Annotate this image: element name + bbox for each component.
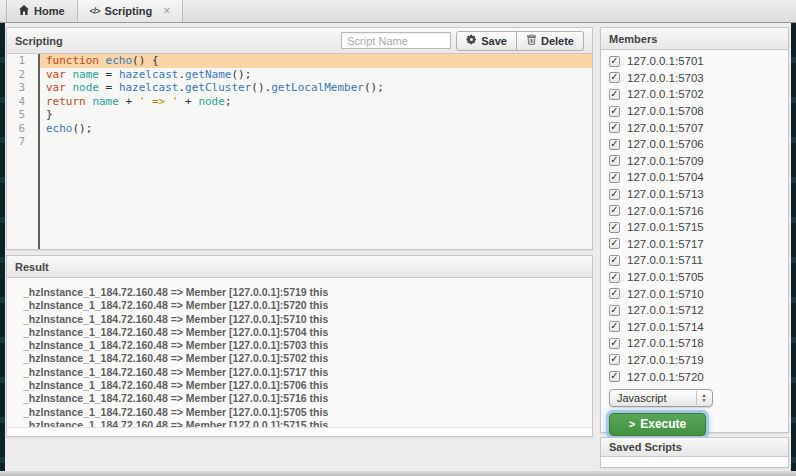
member-checkbox[interactable]: ✓ — [609, 89, 620, 100]
result-line: _hzInstance_1_184.72.160.48 => Member [1… — [23, 326, 592, 339]
check-icon: ✓ — [610, 305, 618, 315]
code-text: } — [40, 108, 592, 122]
member-checkbox[interactable]: ✓ — [609, 354, 620, 365]
member-label: 127.0.0.1:5720 — [627, 371, 704, 383]
member-checkbox[interactable]: ✓ — [609, 139, 620, 150]
member-label: 127.0.0.1:5715 — [627, 221, 704, 233]
member-row[interactable]: ✓ 127.0.0.1:5703 — [601, 70, 788, 87]
member-label: 127.0.0.1:5708 — [627, 105, 704, 117]
member-checkbox[interactable]: ✓ — [609, 371, 620, 382]
member-row[interactable]: ✓ 127.0.0.1:5702 — [601, 86, 788, 103]
member-label: 127.0.0.1:5707 — [627, 122, 704, 134]
member-checkbox[interactable]: ✓ — [609, 172, 620, 183]
member-checkbox[interactable]: ✓ — [609, 238, 620, 249]
scripting-toolbar: Save Delete — [341, 31, 584, 51]
scripting-panel: Scripting Save Delete — [6, 27, 593, 250]
code-text: var name = hazelcast.getName(); — [40, 68, 592, 82]
members-panel-title: Members — [609, 33, 657, 45]
member-checkbox[interactable]: ✓ — [609, 288, 620, 299]
member-checkbox[interactable]: ✓ — [609, 155, 620, 166]
member-row[interactable]: ✓ 127.0.0.1:5707 — [601, 119, 788, 136]
check-icon: ✓ — [610, 222, 618, 232]
member-label: 127.0.0.1:5713 — [627, 188, 704, 200]
code-line: 2 var name = hazelcast.getName(); — [7, 68, 592, 82]
member-label: 127.0.0.1:5709 — [627, 155, 704, 167]
result-line: _hzInstance_1_184.72.160.48 => Member [1… — [23, 366, 592, 379]
member-row[interactable]: ✓ 127.0.0.1:5705 — [601, 269, 788, 286]
member-checkbox[interactable]: ✓ — [609, 56, 620, 67]
member-checkbox[interactable]: ✓ — [609, 305, 620, 316]
delete-button[interactable]: Delete — [517, 31, 584, 51]
check-icon: ✓ — [610, 321, 618, 331]
check-icon: ✓ — [610, 338, 618, 348]
member-checkbox[interactable]: ✓ — [609, 205, 620, 216]
home-icon — [19, 5, 29, 17]
code-editor[interactable]: 1 function echo() { 2 var name = hazelca… — [7, 54, 592, 249]
member-row[interactable]: ✓ 127.0.0.1:5710 — [601, 285, 788, 302]
member-label: 127.0.0.1:5706 — [627, 138, 704, 150]
member-checkbox[interactable]: ✓ — [609, 72, 620, 83]
member-label: 127.0.0.1:5702 — [627, 88, 704, 100]
gear-icon — [466, 34, 477, 47]
code-line: 5 } — [7, 108, 592, 122]
result-output: _hzInstance_1_184.72.160.48 => Member [1… — [7, 278, 592, 427]
member-row[interactable]: ✓ 127.0.0.1:5712 — [601, 302, 788, 319]
member-label: 127.0.0.1:5718 — [627, 337, 704, 349]
result-panel: Result _hzInstance_1_184.72.160.48 => Me… — [6, 255, 593, 437]
select-stepper-icon: ▲▼ — [696, 391, 711, 405]
result-panel-title: Result — [15, 261, 49, 273]
check-icon: ✓ — [610, 172, 618, 182]
close-icon[interactable]: × — [163, 5, 170, 17]
member-label: 127.0.0.1:5703 — [627, 72, 704, 84]
member-row[interactable]: ✓ 127.0.0.1:5717 — [601, 236, 788, 253]
result-scroll-track[interactable] — [7, 427, 592, 436]
execute-button[interactable]: > Execute — [609, 413, 706, 436]
scripting-panel-header: Scripting Save Delete — [7, 28, 592, 54]
member-row[interactable]: ✓ 127.0.0.1:5709 — [601, 153, 788, 170]
member-row[interactable]: ✓ 127.0.0.1:5713 — [601, 186, 788, 203]
member-row[interactable]: ✓ 127.0.0.1:5716 — [601, 202, 788, 219]
result-line: _hzInstance_1_184.72.160.48 => Member [1… — [23, 313, 592, 326]
member-row[interactable]: ✓ 127.0.0.1:5708 — [601, 103, 788, 120]
tab-home[interactable]: Home — [6, 0, 78, 22]
member-checkbox[interactable]: ✓ — [609, 189, 620, 200]
members-panel-header: Members — [601, 28, 788, 50]
tab-scripting[interactable]: </> Scripting × — [78, 0, 184, 22]
member-checkbox[interactable]: ✓ — [609, 222, 620, 233]
member-checkbox[interactable]: ✓ — [609, 321, 620, 332]
member-row[interactable]: ✓ 127.0.0.1:5718 — [601, 335, 788, 352]
line-number: 5 — [7, 108, 34, 122]
member-row[interactable]: ✓ 127.0.0.1:5706 — [601, 136, 788, 153]
check-icon: ✓ — [610, 89, 618, 99]
member-checkbox[interactable]: ✓ — [609, 106, 620, 117]
result-line: _hzInstance_1_184.72.160.48 => Member [1… — [23, 352, 592, 365]
save-button[interactable]: Save — [456, 31, 517, 51]
result-line: _hzInstance_1_184.72.160.48 => Member [1… — [23, 299, 592, 312]
check-icon: ✓ — [610, 238, 618, 248]
member-row[interactable]: ✓ 127.0.0.1:5715 — [601, 219, 788, 236]
member-checkbox[interactable]: ✓ — [609, 255, 620, 266]
member-row[interactable]: ✓ 127.0.0.1:5714 — [601, 319, 788, 336]
scripting-panel-title: Scripting — [15, 35, 63, 47]
script-name-input[interactable] — [341, 32, 451, 49]
language-select[interactable]: Javascript ▲▼ — [609, 389, 713, 407]
member-row[interactable]: ✓ 127.0.0.1:5719 — [601, 352, 788, 369]
member-row[interactable]: ✓ 127.0.0.1:5701 — [601, 53, 788, 70]
gutter-separator — [38, 54, 40, 249]
member-label: 127.0.0.1:5712 — [627, 304, 704, 316]
member-checkbox[interactable]: ✓ — [609, 272, 620, 283]
tab-bar: Home </> Scripting × — [0, 0, 796, 23]
code-text: echo(); — [40, 122, 592, 136]
member-row[interactable]: ✓ 127.0.0.1:5720 — [601, 368, 788, 385]
code-line: 3 var node = hazelcast.getCluster().getL… — [7, 81, 592, 95]
code-text: var node = hazelcast.getCluster().getLoc… — [40, 81, 592, 95]
member-row[interactable]: ✓ 127.0.0.1:5704 — [601, 169, 788, 186]
saved-scripts-body — [601, 457, 788, 467]
member-checkbox[interactable]: ✓ — [609, 338, 620, 349]
member-label: 127.0.0.1:5717 — [627, 238, 704, 250]
member-label: 127.0.0.1:5714 — [627, 321, 704, 333]
saved-scripts-title: Saved Scripts — [609, 441, 682, 453]
member-row[interactable]: ✓ 127.0.0.1:5711 — [601, 252, 788, 269]
member-checkbox[interactable]: ✓ — [609, 122, 620, 133]
member-label: 127.0.0.1:5719 — [627, 354, 704, 366]
